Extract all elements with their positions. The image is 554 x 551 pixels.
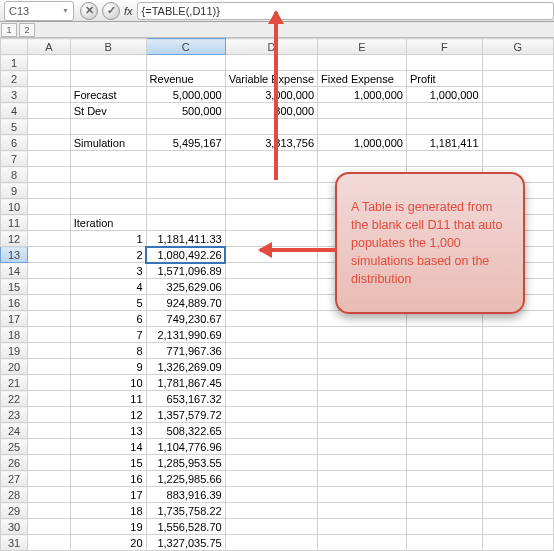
cell[interactable] <box>146 199 225 215</box>
col-header-E[interactable]: E <box>318 39 407 55</box>
row-header[interactable]: 7 <box>1 151 28 167</box>
cell[interactable] <box>28 391 71 407</box>
row-header[interactable]: 1 <box>1 55 28 71</box>
row-header[interactable]: 19 <box>1 343 28 359</box>
cell[interactable] <box>28 231 71 247</box>
outline-level-1[interactable]: 1 <box>1 23 17 37</box>
cell[interactable] <box>225 487 317 503</box>
cell[interactable]: 19 <box>70 519 146 535</box>
cell[interactable] <box>225 519 317 535</box>
cell[interactable] <box>28 327 71 343</box>
cell[interactable] <box>406 119 482 135</box>
cell[interactable] <box>482 487 553 503</box>
row-header[interactable]: 26 <box>1 455 28 471</box>
cell[interactable] <box>28 471 71 487</box>
cell[interactable]: Simulation <box>70 135 146 151</box>
cell[interactable] <box>406 407 482 423</box>
cell[interactable] <box>28 423 71 439</box>
cell[interactable] <box>318 455 407 471</box>
cell[interactable] <box>318 423 407 439</box>
cell[interactable] <box>70 55 146 71</box>
row-header[interactable]: 18 <box>1 327 28 343</box>
cell[interactable]: 1,000,000 <box>406 87 482 103</box>
cell[interactable]: 1,327,035.75 <box>146 535 225 551</box>
cell[interactable] <box>318 151 407 167</box>
cell[interactable] <box>225 439 317 455</box>
cell[interactable] <box>406 535 482 551</box>
outline-level-2[interactable]: 2 <box>19 23 35 37</box>
cell[interactable] <box>146 183 225 199</box>
cell[interactable]: 15 <box>70 455 146 471</box>
cell[interactable] <box>406 55 482 71</box>
row-header[interactable]: 28 <box>1 487 28 503</box>
cell[interactable]: 3 <box>70 263 146 279</box>
cell[interactable] <box>225 199 317 215</box>
select-all-corner[interactable] <box>1 39 28 55</box>
cell[interactable]: 924,889.70 <box>146 295 225 311</box>
cell[interactable]: 1,556,528.70 <box>146 519 225 535</box>
cell[interactable] <box>225 183 317 199</box>
cell[interactable] <box>482 407 553 423</box>
cell[interactable] <box>482 119 553 135</box>
cell[interactable] <box>225 455 317 471</box>
cell[interactable] <box>28 119 71 135</box>
dropdown-icon[interactable]: ▼ <box>62 7 69 14</box>
confirm-button[interactable]: ✓ <box>102 2 120 20</box>
cell[interactable]: 3,000,000 <box>225 87 317 103</box>
cell[interactable] <box>225 327 317 343</box>
cell[interactable] <box>225 151 317 167</box>
row-header[interactable]: 11 <box>1 215 28 231</box>
cell[interactable] <box>28 375 71 391</box>
cell[interactable]: 1,781,867.45 <box>146 375 225 391</box>
cell[interactable]: 1,000,000 <box>318 135 407 151</box>
cell[interactable]: 771,967.36 <box>146 343 225 359</box>
cell[interactable] <box>70 71 146 87</box>
cell[interactable]: Variable Expense <box>225 71 317 87</box>
row-header[interactable]: 9 <box>1 183 28 199</box>
cell[interactable]: 10 <box>70 375 146 391</box>
cell[interactable] <box>146 215 225 231</box>
cell[interactable] <box>225 279 317 295</box>
cell[interactable] <box>482 135 553 151</box>
row-header[interactable]: 30 <box>1 519 28 535</box>
row-header[interactable]: 15 <box>1 279 28 295</box>
cell[interactable] <box>28 71 71 87</box>
cell[interactable] <box>318 55 407 71</box>
cell[interactable] <box>225 407 317 423</box>
row-header[interactable]: 6 <box>1 135 28 151</box>
cell[interactable] <box>225 343 317 359</box>
cell[interactable]: 17 <box>70 487 146 503</box>
cell[interactable] <box>482 519 553 535</box>
row-header[interactable]: 4 <box>1 103 28 119</box>
row-header[interactable]: 24 <box>1 423 28 439</box>
cell[interactable] <box>482 359 553 375</box>
cell[interactable] <box>28 455 71 471</box>
row-header[interactable]: 25 <box>1 439 28 455</box>
cell[interactable]: 2 <box>70 247 146 263</box>
cell[interactable] <box>28 199 71 215</box>
cell[interactable] <box>70 151 146 167</box>
cell[interactable]: 1,181,411 <box>406 135 482 151</box>
cell[interactable] <box>28 151 71 167</box>
cell[interactable]: 1,571,096.89 <box>146 263 225 279</box>
cell[interactable] <box>225 311 317 327</box>
name-box[interactable]: C13 ▼ <box>4 1 74 21</box>
cell[interactable]: 3,313,756 <box>225 135 317 151</box>
cell[interactable] <box>318 407 407 423</box>
cell[interactable] <box>28 167 71 183</box>
cell[interactable]: 749,230.67 <box>146 311 225 327</box>
row-header[interactable]: 13 <box>1 247 28 263</box>
row-header[interactable]: 5 <box>1 119 28 135</box>
cell[interactable]: 13 <box>70 423 146 439</box>
cell[interactable] <box>482 535 553 551</box>
cell[interactable] <box>225 535 317 551</box>
cell[interactable] <box>28 55 71 71</box>
cell[interactable]: 325,629.06 <box>146 279 225 295</box>
cell[interactable] <box>318 535 407 551</box>
cell[interactable] <box>482 55 553 71</box>
cell[interactable] <box>28 343 71 359</box>
cell[interactable]: 1,735,758.22 <box>146 503 225 519</box>
cell[interactable] <box>146 55 225 71</box>
cell[interactable]: 5 <box>70 295 146 311</box>
cell[interactable]: 1,357,579.72 <box>146 407 225 423</box>
